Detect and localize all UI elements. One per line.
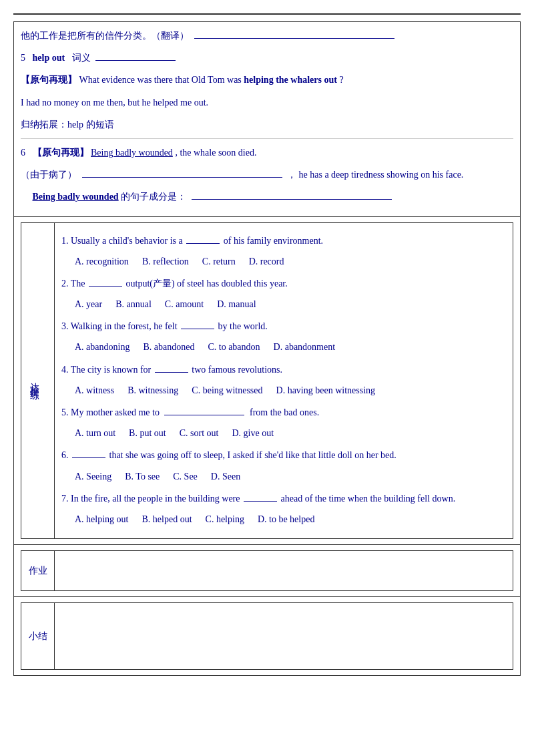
expand-label: 归纳拓展：help 的短语 [21, 120, 114, 130]
q5-text1: 5. My mother asked me to [61, 407, 160, 417]
q3-optC[interactable]: C. to abandon [208, 339, 260, 355]
q1-number: 1. Usually a child's behavior is a [61, 236, 183, 246]
item5-blank[interactable] [95, 60, 176, 61]
yuanjv-bold: helping the whalers out [244, 75, 337, 85]
q5-optD[interactable]: D. give out [232, 425, 274, 441]
exercise-label: 达标训练 [29, 375, 39, 386]
q3-text2: by the world. [218, 321, 268, 331]
summary-content-cell [55, 603, 513, 670]
item6-analysis-blank[interactable] [192, 199, 392, 200]
example-sentence: I had no money on me then, but he helped… [21, 98, 208, 108]
main-table: 他的工作是把所有的信件分类。（翻译） 5 help out 词义 【原句再现】 … [13, 21, 521, 676]
q5-optC[interactable]: C. sort out [180, 425, 219, 441]
q6-blank[interactable] [72, 457, 105, 458]
q5-options: A. turn out B. put out C. sort out D. gi… [75, 425, 506, 441]
q1-optB[interactable]: B. reflection [142, 253, 189, 270]
separator1 [21, 138, 513, 139]
yuanjv-text: What evidence was there that Old Tom was [79, 75, 244, 85]
page-container: 他的工作是把所有的信件分类。（翻译） 5 help out 词义 【原句再现】 … [13, 13, 521, 676]
exercise-row: 达标训练 1. Usually a child's behavior is a … [14, 216, 521, 545]
item6-label: 6 [21, 148, 25, 158]
q2-optA[interactable]: A. year [75, 296, 102, 313]
q7-optB[interactable]: B. helped out [142, 511, 192, 528]
q4-optB[interactable]: B. witnessing [127, 382, 178, 399]
q5-optA[interactable]: A. turn out [75, 425, 115, 441]
q3-text1: 3. Walking in the forest, he felt [61, 321, 178, 331]
summary-label: 小结 [29, 631, 47, 641]
homework-label: 作业 [29, 566, 47, 576]
q7-text2: ahead of the time when the building fell… [280, 494, 455, 504]
question-6: 6. that she was going off to sleep, I as… [61, 447, 506, 463]
q4-blank[interactable] [155, 372, 188, 373]
q3-optA[interactable]: A. abandoning [75, 339, 129, 355]
summary-label-cell: 小结 [21, 603, 55, 670]
q2-optB[interactable]: B. annual [115, 296, 152, 313]
q4-options: A. witness B. witnessing C. being witnes… [75, 382, 506, 399]
q2-blank[interactable] [89, 286, 122, 287]
item6-second-line: （由于病了） ， he has a deep tiredness showing… [21, 166, 513, 183]
q5-optB[interactable]: B. put out [129, 425, 166, 441]
question-1: 1. Usually a child's behavior is a of hi… [61, 232, 506, 249]
q6-optD[interactable]: D. Seen [211, 468, 240, 485]
translation-label: 他的工作是把所有的信件分类。（翻译） [21, 31, 189, 41]
q1-options: A. recognition B. reflection C. return D… [75, 253, 506, 270]
exercise-inner-table: 达标训练 1. Usually a child's behavior is a … [21, 222, 513, 540]
item5-block: 5 help out 词义 [21, 49, 513, 66]
item6-underline: Being badly wounded [91, 148, 173, 158]
q7-blank[interactable] [244, 501, 277, 502]
q3-optB[interactable]: B. abandoned [143, 339, 194, 355]
item6-chinese: （由于病了） [21, 170, 77, 180]
q1-optC[interactable]: C. return [202, 253, 236, 270]
q6-text: that she was going off to sleep, I asked… [109, 450, 396, 460]
q7-text1: 7. In the fire, all the people in the bu… [61, 494, 240, 504]
example-block: I had no money on me then, but he helped… [21, 94, 513, 111]
question-4: 4. The city is known for two famous revo… [61, 361, 506, 378]
q7-optA[interactable]: A. helping out [75, 511, 129, 528]
q7-optD[interactable]: D. to be helped [258, 511, 315, 528]
q6-optA[interactable]: A. Seeing [75, 468, 111, 485]
q2-options: A. year B. annual C. amount D. manual [75, 296, 506, 313]
q6-number: 6. [61, 450, 69, 460]
q4-text2: two famous revolutions. [192, 365, 282, 375]
item6-blank[interactable] [82, 177, 282, 178]
expand-block: 归纳拓展：help 的短语 [21, 116, 513, 133]
q1-blank[interactable] [186, 243, 220, 244]
q6-optB[interactable]: B. To see [125, 468, 160, 485]
question-2: 2. The output(产量) of steel has doubled t… [61, 275, 506, 292]
q4-text1: 4. The city is known for [61, 365, 151, 375]
q4-optC[interactable]: C. being witnessed [192, 382, 262, 399]
q1-optA[interactable]: A. recognition [75, 253, 129, 270]
q2-text1: 2. The [61, 278, 85, 289]
q1-optD[interactable]: D. record [249, 253, 284, 270]
homework-row: 作业 [14, 545, 521, 597]
item6-analysis-suffix: 的句子成分是： [121, 192, 186, 202]
homework-inner-table: 作业 [21, 550, 513, 591]
q2-optC[interactable]: C. amount [165, 296, 204, 313]
translation-blank[interactable] [194, 38, 394, 39]
yuanjv-block: 【原句再现】 What evidence was there that Old … [21, 71, 513, 88]
q7-optC[interactable]: C. helping [206, 511, 244, 528]
q6-optC[interactable]: C. See [173, 468, 198, 485]
item5-keyword: help out [33, 53, 65, 63]
q2-optD[interactable]: D. manual [217, 296, 256, 313]
q5-blank[interactable] [164, 415, 244, 415]
q3-blank[interactable] [181, 329, 214, 329]
q4-optA[interactable]: A. witness [75, 382, 114, 399]
item5-label: 5 [21, 53, 25, 63]
item6-analysis-block: Being badly wounded 的句子成分是： [21, 188, 513, 205]
q6-options: A. Seeing B. To see C. See D. Seen [75, 468, 506, 485]
item6-text2: ， he has a deep tiredness showing on his… [287, 170, 463, 180]
q4-optD[interactable]: D. having been witnessing [276, 382, 376, 399]
translation-block: 他的工作是把所有的信件分类。（翻译） [21, 27, 513, 44]
summary-inner-table: 小结 [21, 602, 513, 670]
exercise-label-cell: 达标训练 [21, 222, 55, 539]
homework-content-cell [55, 551, 513, 591]
top-content-cell: 他的工作是把所有的信件分类。（翻译） 5 help out 词义 【原句再现】 … [14, 22, 521, 217]
item6-text: , the whale soon died. [175, 148, 256, 158]
q3-optD[interactable]: D. abandonment [274, 339, 336, 355]
q7-options: A. helping out B. helped out C. helping … [75, 511, 506, 528]
q5-text2: from the bad ones. [250, 407, 319, 417]
item6-yuanjv: 【原句再现】 [33, 148, 89, 158]
summary-row: 小结 [14, 597, 521, 676]
exercise-content-cell: 1. Usually a child's behavior is a of hi… [55, 222, 513, 539]
